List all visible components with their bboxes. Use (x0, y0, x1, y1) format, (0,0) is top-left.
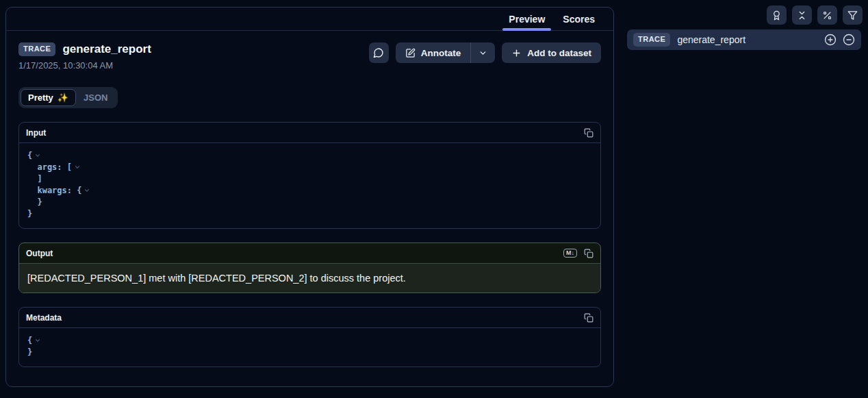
json-line: args: [ (27, 162, 72, 172)
output-panel: Output M↓ [REDACTED_PERSON_1] met with [… (18, 242, 601, 293)
tab-preview[interactable]: Preview (500, 8, 554, 30)
collapse-chevron-icon[interactable] (74, 164, 81, 171)
trace-tree-sidebar: TRACE generate_report (624, 0, 868, 398)
json-line: kwargs: { (27, 186, 81, 195)
json-line: } (27, 347, 32, 357)
comment-icon (373, 47, 384, 58)
toggle-pretty[interactable]: Pretty ✨ (21, 89, 76, 106)
collapse-icon[interactable] (843, 34, 855, 46)
chevron-down-icon (478, 49, 487, 58)
output-panel-title: Output (26, 249, 53, 258)
plus-icon (511, 48, 522, 58)
input-panel-title: Input (26, 128, 46, 138)
trace-timestamp: 1/17/2025, 10:30:04 AM (18, 60, 151, 71)
json-line: } (27, 209, 32, 219)
collapse-all-button[interactable] (792, 5, 812, 25)
input-json-viewer: { args: [ ] kwargs: { } } (19, 143, 600, 228)
trace-actions: Annotate Add to dataset (369, 42, 601, 63)
metadata-panel: Metadata { } (18, 307, 601, 367)
comment-button[interactable] (369, 42, 389, 63)
json-line: ] (27, 174, 42, 184)
collapse-chevron-icon[interactable] (34, 337, 41, 344)
collapse-chevron-icon[interactable] (84, 187, 90, 194)
annotate-button[interactable]: Annotate (396, 42, 471, 63)
metrics-percent-button[interactable] (817, 5, 837, 25)
scores-award-button[interactable] (767, 5, 787, 25)
percent-icon (822, 10, 832, 21)
tab-scores[interactable]: Scores (554, 8, 604, 30)
annotate-dropdown-button[interactable] (470, 42, 495, 63)
trace-header-left: TRACE generate_report 1/17/2025, 10:30:0… (18, 42, 151, 71)
add-to-dataset-button[interactable]: Add to dataset (502, 42, 601, 63)
annotate-label: Annotate (421, 48, 461, 58)
sidebar-toolbar (624, 0, 868, 25)
metadata-panel-title: Metadata (26, 313, 62, 323)
input-panel: Input { args: [ ] kwargs: { } } (18, 122, 601, 229)
page-title: generate_report (62, 42, 151, 56)
pretty-label: Pretty (28, 92, 53, 103)
copy-icon[interactable] (584, 128, 593, 138)
trace-tree-row-title: generate_report (677, 34, 745, 45)
annotate-split-button: Annotate (396, 42, 496, 63)
json-line: { (27, 151, 32, 160)
trace-tree-row[interactable]: TRACE generate_report (627, 29, 861, 50)
trace-badge: TRACE (633, 33, 670, 46)
award-icon (771, 10, 782, 21)
trace-badge: TRACE (18, 42, 55, 55)
metadata-json-viewer: { } (19, 328, 600, 366)
collapse-chevron-icon[interactable] (34, 152, 41, 159)
add-to-dataset-label: Add to dataset (527, 48, 591, 58)
edit-icon (405, 48, 416, 58)
copy-icon[interactable] (584, 249, 593, 258)
trace-header: TRACE generate_report 1/17/2025, 10:30:0… (18, 42, 601, 71)
output-text: [REDACTED_PERSON_1] met with [REDACTED_P… (19, 264, 600, 293)
markdown-toggle-icon[interactable]: M↓ (563, 249, 577, 258)
expand-all-icon[interactable] (824, 34, 837, 46)
tab-bar: Preview Scores (6, 8, 613, 31)
trace-preview-card: Preview Scores TRACE generate_report 1/1… (5, 7, 614, 387)
filter-button[interactable] (843, 5, 863, 25)
json-line: } (27, 197, 42, 207)
view-mode-toggle: Pretty ✨ JSON (18, 87, 118, 108)
toggle-json[interactable]: JSON (76, 89, 115, 106)
copy-icon[interactable] (584, 313, 593, 323)
json-line: { (27, 336, 32, 345)
fold-vertical-icon (797, 10, 807, 21)
filter-icon (847, 10, 858, 21)
sparkles-icon: ✨ (58, 92, 68, 103)
